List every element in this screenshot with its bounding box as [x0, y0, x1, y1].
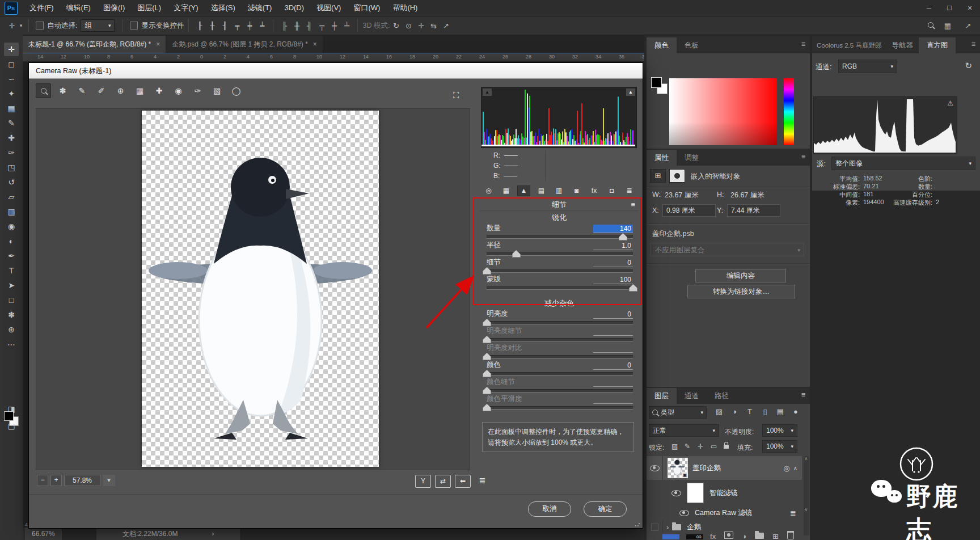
zoom-in-button[interactable]: +: [50, 475, 62, 486]
threed-icon[interactable]: ⇆: [427, 22, 440, 30]
layer-row-camera-raw-filter[interactable]: Camera Raw 滤镜 ≣: [647, 506, 802, 520]
slider-value[interactable]: 100: [593, 276, 633, 284]
split-toning-tab[interactable]: ▥: [552, 185, 565, 196]
opacity-dropdown[interactable]: 100%▾: [762, 424, 797, 437]
lock-transparency-icon[interactable]: ▨: [671, 442, 678, 450]
new-group-icon[interactable]: [755, 532, 764, 540]
type-layer-filter-icon[interactable]: T: [743, 407, 757, 416]
tab-coolorus[interactable]: Coolorus 2.5 马鹿野郎: [812, 37, 886, 53]
dodge-tool[interactable]: ◐: [4, 234, 19, 248]
distribute-icon[interactable]: ╧: [340, 22, 353, 30]
tab-navigator[interactable]: 导航器: [886, 37, 919, 53]
eraser-tool[interactable]: ▱: [4, 190, 19, 204]
slider-value[interactable]: 0: [593, 310, 633, 319]
lock-position-icon[interactable]: ✛: [698, 442, 703, 450]
layers-scrollbar[interactable]: ∧∨: [804, 456, 809, 535]
rectangular-marquee-tool[interactable]: ◻: [4, 57, 19, 71]
tab-histogram[interactable]: 直方图: [919, 37, 956, 53]
slider-track[interactable]: [487, 321, 633, 324]
filter-mask-thumbnail[interactable]: [687, 483, 704, 503]
slider-handle[interactable]: [483, 353, 491, 360]
align-icon[interactable]: ┠: [193, 22, 206, 30]
adjustment-layer-filter-icon[interactable]: ◑: [728, 407, 741, 416]
layer-row-stamped-penguin[interactable]: ▣ 盖印企鹅 ◎ ∧: [647, 456, 802, 480]
menu-item[interactable]: 选择(S): [204, 0, 241, 16]
fill-dropdown[interactable]: 100%▾: [762, 440, 797, 453]
auto-select-dropdown[interactable]: 组▾: [81, 19, 115, 32]
layer-thumbnail[interactable]: ▣: [668, 458, 688, 478]
slider-value[interactable]: [593, 386, 633, 387]
status-chevron-icon[interactable]: ›: [212, 530, 214, 538]
swap-views-button[interactable]: ⇄: [435, 475, 451, 488]
adjustment-layer-icon[interactable]: ◑: [742, 532, 746, 540]
preview-settings-button[interactable]: ≣: [475, 475, 489, 487]
edit-contents-button[interactable]: 编辑内容: [695, 269, 786, 282]
source-dropdown[interactable]: 整个图像▾: [831, 157, 975, 170]
transform-tool[interactable]: ▦: [132, 83, 147, 98]
maximize-button[interactable]: ☐: [939, 0, 960, 16]
pixel-layer-filter-icon[interactable]: ▨: [712, 407, 726, 416]
close-tab-icon[interactable]: ×: [156, 40, 160, 48]
foreground-color-swatch[interactable]: [4, 411, 14, 421]
color-sampler-tool[interactable]: ✐: [94, 83, 109, 98]
layer-filter-dropdown[interactable]: 类型 ▾: [649, 406, 707, 419]
white-balance-tool[interactable]: ✎: [74, 83, 90, 98]
gradient-tool[interactable]: ▥: [4, 205, 19, 218]
basic-tab[interactable]: ◎: [482, 185, 495, 196]
hue-strip[interactable]: [784, 78, 794, 145]
doc-tab-penguin-psd[interactable]: 企鹅.psd @ 66.7% (图层 1 拷贝 2, RGB/8#) * ×: [166, 36, 323, 53]
distribute-icon[interactable]: ╫: [290, 22, 303, 30]
slider-handle[interactable]: [483, 387, 491, 394]
presets-tab[interactable]: ≣: [623, 185, 636, 196]
layer-row-smart-filters[interactable]: 智能滤镜: [647, 481, 802, 505]
slider-handle[interactable]: [483, 404, 491, 411]
menu-item[interactable]: 窗口(W): [347, 0, 386, 16]
graduated-filter-tool[interactable]: ▧: [209, 83, 225, 98]
channel-dropdown[interactable]: RGB▾: [838, 60, 897, 73]
blend-mode-dropdown[interactable]: 正常▾: [649, 424, 719, 437]
tab-properties[interactable]: 属性: [647, 150, 677, 166]
close-button[interactable]: ✕: [960, 0, 980, 16]
blur-tool[interactable]: ◉: [4, 220, 19, 233]
tab-channels[interactable]: 通道: [677, 388, 707, 404]
quick-selection-tool[interactable]: ✦: [4, 87, 19, 100]
expand-group-icon[interactable]: ›: [666, 523, 669, 531]
delete-layer-icon[interactable]: [787, 531, 794, 540]
tab-color[interactable]: 颜色: [647, 37, 677, 53]
slider-track[interactable]: [487, 406, 633, 410]
slider-track[interactable]: [487, 372, 633, 376]
new-layer-icon[interactable]: ⊞: [772, 532, 779, 540]
align-icon[interactable]: ┷: [256, 22, 268, 30]
menu-item[interactable]: 帮助(H): [386, 0, 424, 16]
slider-handle[interactable]: [483, 267, 491, 275]
slider-track[interactable]: [487, 235, 633, 239]
shape-layer-filter-icon[interactable]: ▯: [758, 407, 772, 416]
filter-blend-options-icon[interactable]: ≣: [790, 509, 796, 517]
slider-handle[interactable]: [483, 336, 491, 343]
menu-item[interactable]: 滤镜(T): [242, 0, 278, 16]
filter-toggle-icon[interactable]: ●: [789, 407, 802, 416]
edit-toolbar-icon[interactable]: ⋯: [4, 338, 19, 351]
shadow-clipping-icon[interactable]: ▲: [483, 88, 492, 96]
slider-track[interactable]: [487, 252, 633, 256]
slider-handle[interactable]: [483, 319, 491, 326]
eye-icon[interactable]: [671, 490, 681, 496]
effects-tab[interactable]: fx: [588, 185, 601, 196]
slider-handle[interactable]: [619, 233, 627, 241]
panel-menu-icon[interactable]: ≡: [801, 153, 805, 161]
slider-handle[interactable]: [512, 250, 521, 258]
slider-value[interactable]: 1.0: [593, 242, 633, 250]
panel-menu-icon[interactable]: ≡: [971, 40, 975, 48]
show-transform-checkbox[interactable]: [130, 22, 138, 29]
slider-value[interactable]: [593, 335, 633, 336]
distribute-icon[interactable]: ╟: [278, 22, 290, 30]
share-icon[interactable]: ↗: [962, 22, 974, 30]
cached-data-warning-icon[interactable]: ⚠: [947, 99, 953, 107]
refresh-histogram-icon[interactable]: ↻: [965, 61, 972, 71]
close-tab-icon[interactable]: ×: [313, 40, 317, 48]
move-tool[interactable]: ✛: [4, 43, 19, 56]
eyedropper-tool[interactable]: ✎: [4, 116, 19, 130]
slider-handle[interactable]: [629, 284, 637, 292]
panel-menu-icon[interactable]: ≡: [801, 40, 805, 48]
highlight-clipping-icon[interactable]: ▲: [626, 88, 635, 96]
